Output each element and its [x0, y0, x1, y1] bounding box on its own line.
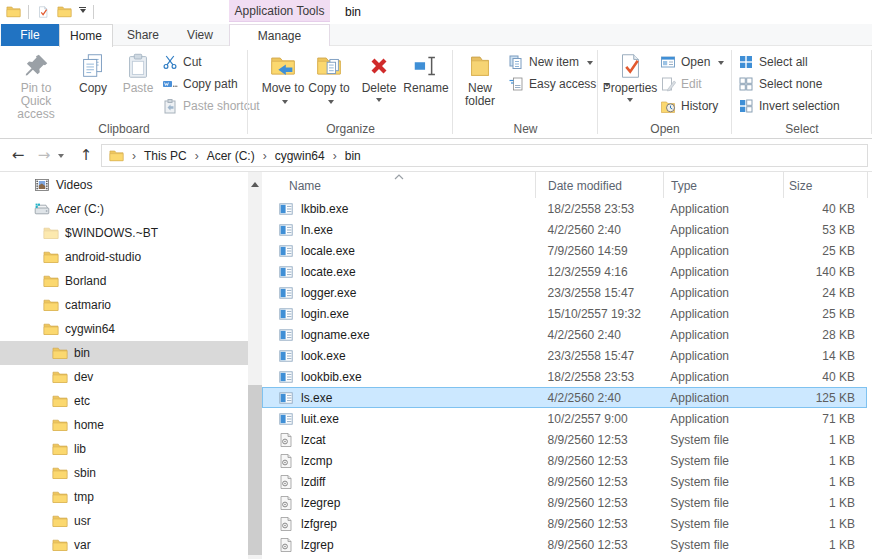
new-item-button[interactable]: New item [508, 51, 593, 73]
back-button[interactable]: ← [6, 139, 30, 172]
paste-shortcut-button[interactable]: Paste shortcut [162, 95, 260, 117]
sidebar-item[interactable]: usr [0, 509, 248, 533]
properties-button[interactable]: Properties [602, 49, 658, 105]
breadcrumb-label[interactable]: bin [345, 149, 361, 163]
file-date-modified: 12/3/2559 4:16 [536, 265, 664, 279]
sidebar-item[interactable]: var [0, 533, 248, 557]
cut-button[interactable]: Cut [162, 51, 202, 73]
move-to-button[interactable]: Move to [258, 49, 308, 108]
scrollbar[interactable] [248, 172, 262, 559]
copy-button[interactable]: Copy [70, 49, 116, 95]
file-row[interactable]: lzcmp 8/9/2560 12:53 System file 1 KB [262, 450, 867, 471]
open-button[interactable]: Open [660, 51, 724, 73]
tree-item-icon [34, 177, 50, 193]
forward-button[interactable]: → [32, 139, 56, 172]
folder-icon[interactable] [6, 4, 21, 19]
file-row[interactable]: lookbib.exe 18/2/2558 23:53 Application … [262, 366, 867, 387]
up-button[interactable]: ↑ [74, 139, 98, 172]
sidebar-item-label: Borland [65, 274, 106, 288]
select-all-button[interactable]: Select all [738, 51, 808, 73]
edit-icon [660, 76, 676, 92]
breadcrumb-label[interactable]: This PC [144, 149, 187, 163]
dropdown-caret-icon [282, 100, 288, 107]
file-row[interactable]: look.exe 23/3/2558 15:47 Application 14 … [262, 345, 867, 366]
tab-home[interactable]: Home [59, 24, 113, 47]
sidebar-item[interactable]: $WINDOWS.~BT [0, 221, 248, 245]
breadcrumb[interactable]: › This PC › Acer (C:) › cygwin64 › bin [101, 144, 868, 167]
sidebar-item[interactable]: home [0, 413, 248, 437]
breadcrumb-label[interactable]: Acer (C:) [207, 149, 255, 163]
column-header-name[interactable]: Name [262, 172, 536, 198]
copy-to-button[interactable]: Copy to [305, 49, 353, 108]
column-headers: Name Date modified Type Size [262, 172, 868, 198]
history-button[interactable]: History [660, 95, 718, 117]
column-header-size[interactable]: Size [784, 172, 868, 198]
contextual-tab-header: Application Tools [229, 0, 330, 22]
file-row[interactable]: lzgrep 8/9/2560 12:53 System file 1 KB [262, 534, 867, 555]
breadcrumb-item[interactable]: › This PC [124, 149, 187, 163]
customize-toolbar-dropdown-icon[interactable] [79, 7, 86, 17]
file-size: 53 KB [783, 223, 867, 237]
sidebar-item[interactable]: etc [0, 389, 248, 413]
recent-locations-dropdown-icon[interactable] [58, 154, 64, 161]
select-none-button[interactable]: Select none [738, 73, 822, 95]
sidebar-item[interactable]: lib [0, 437, 248, 461]
rename-button[interactable]: Rename [400, 49, 452, 95]
tab-view[interactable]: View [173, 24, 227, 46]
tab-manage[interactable]: Manage [229, 24, 330, 46]
breadcrumb-item[interactable]: › Acer (C:) [187, 149, 255, 163]
folder-icon[interactable] [57, 4, 72, 19]
invert-selection-button[interactable]: Invert selection [738, 95, 840, 117]
file-row[interactable]: logger.exe 23/3/2558 15:47 Application 2… [262, 282, 867, 303]
copy-path-button[interactable]: Copy path [162, 73, 238, 95]
file-row[interactable]: login.exe 15/10/2557 19:32 Application 2… [262, 303, 867, 324]
properties-check-icon[interactable] [36, 5, 50, 19]
file-row[interactable]: lkbib.exe 18/2/2558 23:53 Application 40… [262, 198, 867, 219]
column-header-type[interactable]: Type [664, 172, 784, 198]
new-folder-button[interactable]: New folder [456, 49, 504, 108]
file-row[interactable]: logname.exe 4/2/2560 2:40 Application 28… [262, 324, 867, 345]
file-type: Application [663, 286, 783, 300]
file-date-modified: 4/2/2560 2:40 [536, 223, 664, 237]
file-row[interactable]: lzegrep 8/9/2560 12:53 System file 1 KB [262, 492, 867, 513]
file-row[interactable]: luit.exe 10/2/2557 9:00 Application 71 K… [262, 408, 867, 429]
edit-button[interactable]: Edit [660, 73, 702, 95]
sidebar-item[interactable]: cygwin64 [0, 317, 248, 341]
tab-share[interactable]: Share [113, 24, 173, 46]
file-row[interactable]: locate.exe 12/3/2559 4:16 Application 14… [262, 261, 867, 282]
sidebar-item[interactable]: bin [0, 341, 248, 365]
file-row[interactable]: lzfgrep 8/9/2560 12:53 System file 1 KB [262, 513, 867, 534]
sidebar-item[interactable]: android-studio [0, 245, 248, 269]
tab-file[interactable]: File [1, 24, 59, 46]
file-name-cell: ls.exe [262, 390, 536, 406]
breadcrumb-item[interactable]: › bin [325, 149, 361, 163]
sidebar-item[interactable]: tmp [0, 485, 248, 509]
file-row[interactable]: locale.exe 7/9/2560 14:59 Application 25… [262, 240, 867, 261]
file-row[interactable]: ln.exe 4/2/2560 2:40 Application 53 KB [262, 219, 867, 240]
navigation-pane: Videos Acer (C:) $WINDOWS.~BT android-st… [0, 173, 248, 559]
breadcrumb-item[interactable]: › cygwin64 [255, 149, 325, 163]
sidebar-item[interactable]: catmario [0, 293, 248, 317]
column-header-date-modified[interactable]: Date modified [536, 172, 664, 198]
scroll-up-icon[interactable] [251, 178, 259, 187]
dropdown-caret-icon [627, 98, 633, 105]
sidebar-item[interactable]: dev [0, 365, 248, 389]
sidebar-item[interactable]: Acer (C:) [0, 197, 248, 221]
pin-to-quick-access-button[interactable]: Pin to Quick access [4, 49, 68, 121]
file-size: 125 KB [783, 391, 867, 405]
scrollbar-thumb[interactable] [248, 385, 262, 555]
file-name: logname.exe [301, 328, 370, 342]
sidebar-item[interactable]: Videos [0, 173, 248, 197]
delete-button[interactable]: Delete [354, 49, 404, 105]
easy-access-button[interactable]: Easy access [508, 73, 610, 95]
file-name: lookbib.exe [301, 370, 362, 384]
breadcrumb-label[interactable]: cygwin64 [275, 149, 325, 163]
ribbon-group-select: Select all Select none Invert selection … [732, 46, 872, 138]
sidebar-item[interactable]: Borland [0, 269, 248, 293]
paste-button[interactable]: Paste [116, 49, 160, 95]
file-row[interactable]: lzcat 8/9/2560 12:53 System file 1 KB [262, 429, 867, 450]
file-row[interactable]: lzdiff 8/9/2560 12:53 System file 1 KB [262, 471, 867, 492]
file-row[interactable]: ls.exe 4/2/2560 2:40 Application 125 KB [262, 387, 867, 408]
sidebar-item[interactable]: sbin [0, 461, 248, 485]
sidebar-item-label: sbin [74, 466, 96, 480]
